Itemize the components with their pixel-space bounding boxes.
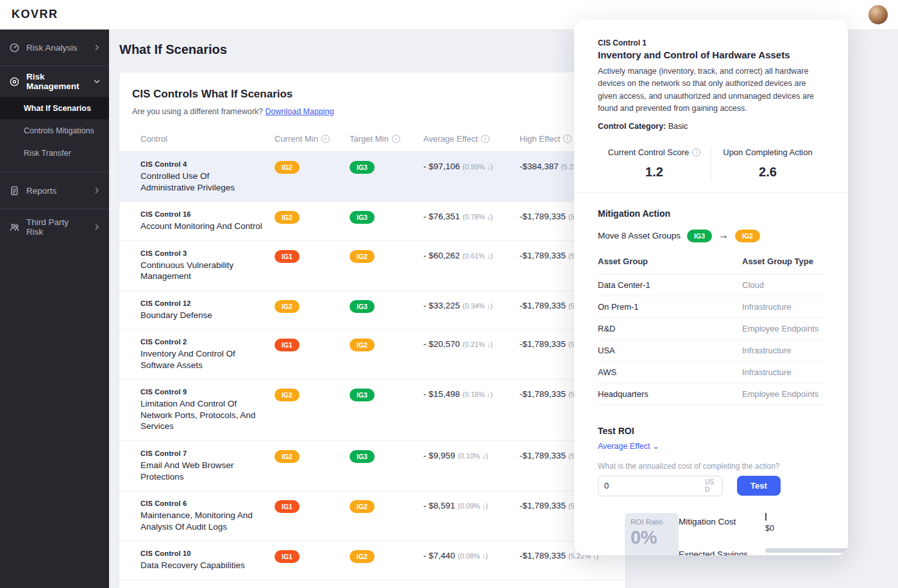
from-ig-badge: IG3 xyxy=(687,230,712,242)
roi-results: Mitigation Cost $0 ROI Ratio 0% Expected… xyxy=(598,513,824,556)
high-effect-value: -$1,789,335 xyxy=(520,339,566,349)
info-icon[interactable] xyxy=(392,135,400,143)
average-effect-percent: (0.10% ↓) xyxy=(458,452,488,460)
control-cell: CIS Control 10 Data Recovery Capabilitie… xyxy=(140,550,275,571)
sidebar-item-what-if-scenarios[interactable]: What If Scenarios xyxy=(0,97,109,119)
asset-row: Data Center-1 Cloud xyxy=(598,274,824,296)
high-effect-value: -$1,789,335 xyxy=(520,251,566,260)
asset-group-type: Infrastructure xyxy=(742,346,824,355)
table-header-row: Control Current Min Target Min Average E… xyxy=(119,126,625,152)
control-cell: CIS Control 9 Limitation And Control Of … xyxy=(140,388,275,432)
control-id: CIS Control 2 xyxy=(140,338,275,346)
asset-group-name: R&D xyxy=(598,324,742,333)
table-row[interactable]: CIS Control 7 Email And Web Browser Prot… xyxy=(119,441,625,491)
asset-group-table: Asset Group Asset Group Type Data Center… xyxy=(598,256,824,405)
sidebar-subitem-label: What If Scenarios xyxy=(24,104,91,113)
current-min-cell: IG1 xyxy=(275,500,350,513)
control-name: Data Recovery Capabilities xyxy=(140,560,275,571)
average-effect-cell: - $9,959(0.10% ↓) xyxy=(423,449,520,461)
target-min-cell: IG2 xyxy=(350,550,423,563)
user-avatar[interactable] xyxy=(868,5,888,24)
target-min-badge: IG3 xyxy=(350,300,375,313)
risk-analysis-icon xyxy=(9,42,20,53)
current-min-cell: IG1 xyxy=(275,338,350,351)
sidebar-item-risk-transfer[interactable]: Risk Transfer xyxy=(0,142,109,164)
table-row[interactable]: CIS Control 4 Controlled Use Of Administ… xyxy=(119,152,625,202)
test-roi-title: Test ROI xyxy=(598,426,824,436)
info-icon[interactable] xyxy=(321,135,330,143)
sidebar-item-third-party-risk[interactable]: Third Party Risk xyxy=(0,209,109,245)
upon-completing-label: Upon Completing Action xyxy=(723,147,812,157)
column-header-current-min: Current Min xyxy=(275,134,350,144)
table-row[interactable]: CIS Control 3 Continuous Vulnerability M… xyxy=(119,241,625,291)
current-min-badge: IG2 xyxy=(275,211,300,224)
table-row[interactable]: CIS Control 20 Penetration Tests And Red… xyxy=(119,580,625,588)
sidebar-item-label: Reports xyxy=(26,186,86,196)
high-effect-value: -$1,789,335 xyxy=(520,389,566,399)
target-min-cell: IG3 xyxy=(350,388,423,401)
table-row[interactable]: CIS Control 9 Limitation And Control Of … xyxy=(119,380,625,441)
panel-control-id: CIS Control 1 xyxy=(598,38,824,47)
control-id: CIS Control 3 xyxy=(140,249,275,257)
asset-group-name: USA xyxy=(598,346,742,355)
annualized-cost-input[interactable] xyxy=(604,481,705,491)
reports-icon xyxy=(9,185,20,196)
current-min-cell: IG1 xyxy=(275,550,350,563)
cis-controls-table: Control Current Min Target Min Average E… xyxy=(119,126,625,588)
current-score-label: Current Control Score xyxy=(608,147,689,157)
target-min-badge: IG2 xyxy=(350,250,375,263)
info-icon[interactable] xyxy=(692,148,700,156)
sidebar-item-risk-analysis[interactable]: Risk Analysis xyxy=(0,29,109,65)
asset-group-type: Employee Endpoints xyxy=(742,324,824,333)
test-button[interactable]: Test xyxy=(737,476,781,496)
control-name: Limitation And Control Of Network Ports,… xyxy=(140,398,275,432)
asset-group-type-column-header: Asset Group Type xyxy=(742,256,824,266)
target-min-cell: IG3 xyxy=(350,299,423,313)
table-row[interactable]: CIS Control 12 Boundary Defense IG2 IG3 … xyxy=(119,291,625,330)
asset-group-name: Headquarters xyxy=(598,389,742,399)
control-name: Boundary Defense xyxy=(140,310,275,321)
risk-management-icon xyxy=(9,76,20,87)
asset-group-type: Cloud xyxy=(742,280,824,290)
average-effect-cell: - $20,570(0.21% ↓) xyxy=(423,338,520,349)
sidebar-subitem-label: Risk Transfer xyxy=(24,149,71,158)
average-effect-percent: (0.61% ↓) xyxy=(462,252,493,260)
average-effect-percent: (0.16% ↓) xyxy=(462,391,493,398)
table-row[interactable]: CIS Control 10 Data Recovery Capabilitie… xyxy=(119,541,625,580)
sidebar-item-label: Risk Management xyxy=(26,72,86,91)
sidebar-item-reports[interactable]: Reports xyxy=(0,172,109,208)
info-icon[interactable] xyxy=(563,135,572,143)
control-cell: CIS Control 2 Inventory And Control Of S… xyxy=(140,338,275,371)
control-cell: CIS Control 12 Boundary Defense xyxy=(140,299,275,321)
control-cell: CIS Control 6 Maintenance, Monitoring An… xyxy=(140,500,275,532)
control-id: CIS Control 7 xyxy=(140,449,275,457)
control-cell: CIS Control 7 Email And Web Browser Prot… xyxy=(140,449,275,482)
average-effect-cell: - $8,591(0.09% ↓) xyxy=(423,500,520,511)
control-category: Control Category: Basic xyxy=(598,122,824,131)
table-row[interactable]: CIS Control 6 Maintenance, Monitoring An… xyxy=(119,491,625,541)
info-icon[interactable] xyxy=(481,135,489,143)
target-min-badge: IG2 xyxy=(350,339,375,351)
sidebar-item-controls-mitigations[interactable]: Controls Mitigations xyxy=(0,119,109,142)
current-min-cell: IG1 xyxy=(275,249,350,263)
roi-input-row: USD Test xyxy=(598,476,824,496)
asset-group-type: Employee Endpoints xyxy=(742,389,824,399)
high-effect-value: -$1,789,335 xyxy=(520,451,566,460)
effect-select-dropdown[interactable]: Average Effect xyxy=(598,442,659,451)
sidebar-subitem-label: Controls Mitigations xyxy=(24,126,94,135)
score-summary: Current Control Score 1.2 Upon Completin… xyxy=(598,147,824,192)
download-mapping-link[interactable]: Download Mapping xyxy=(266,107,334,116)
arrow-right-icon xyxy=(718,230,729,241)
target-min-badge: IG3 xyxy=(350,161,375,174)
to-ig-badge: IG2 xyxy=(735,230,760,242)
asset-group-name: On Prem-1 xyxy=(598,302,742,312)
control-id: CIS Control 9 xyxy=(140,388,275,396)
control-id: CIS Control 6 xyxy=(140,500,275,507)
sidebar-item-risk-management[interactable]: Risk Management xyxy=(0,66,109,97)
roi-ratio-box: ROI Ratio 0% xyxy=(625,513,679,556)
mitigation-cost-label: Mitigation Cost xyxy=(679,513,765,526)
average-effect-percent: (0.08% ↓) xyxy=(458,552,488,560)
table-row[interactable]: CIS Control 16 Account Monitoring And Co… xyxy=(119,202,625,241)
table-row[interactable]: CIS Control 2 Inventory And Control Of S… xyxy=(119,330,625,380)
chevron-right-icon xyxy=(92,43,101,52)
